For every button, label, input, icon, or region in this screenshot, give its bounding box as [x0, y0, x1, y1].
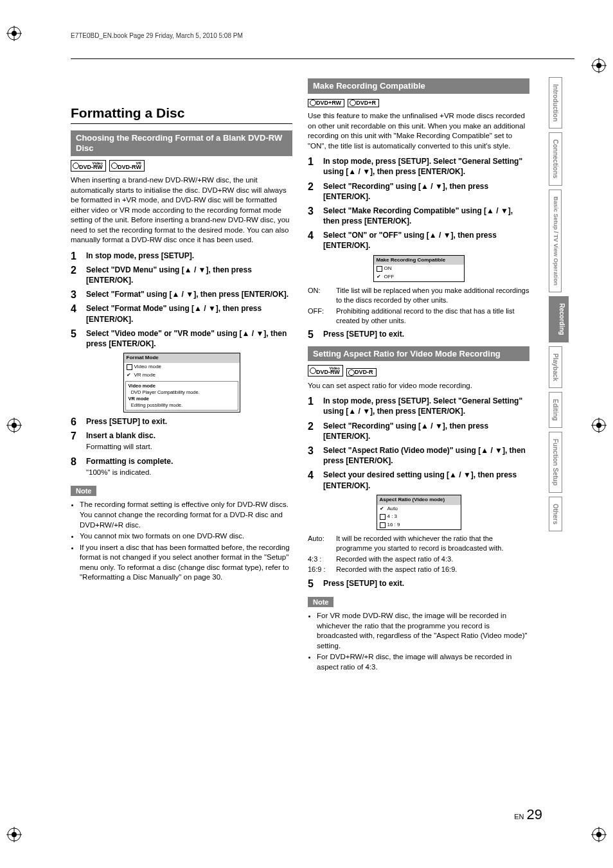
disc-badge: DVD-R — [346, 368, 377, 376]
menu-option-selected: VR mode — [124, 371, 240, 380]
disc-badge: VideoDVD-RW — [71, 160, 106, 172]
disc-badge: VideoDVD-RW — [308, 365, 343, 376]
step: Select your desired setting using [▲ / ▼… — [308, 470, 529, 490]
menu-option: 16 : 9 — [377, 521, 461, 529]
disc-badge: DVD+RW — [308, 99, 344, 107]
format-mode-menu: Format Mode Video mode VR mode Video mod… — [123, 353, 240, 412]
steps-list: In stop mode, press [SETUP]. Select "Gen… — [308, 396, 529, 491]
step: Select "Recording" using [▲ / ▼], then p… — [308, 181, 529, 202]
step: Select "DVD Menu" using [▲ / ▼], then pr… — [71, 265, 292, 285]
tab-editing[interactable]: Editing — [549, 392, 562, 428]
step: Press [SETUP] to exit. — [71, 416, 292, 427]
step: Select "ON" or "OFF" using [▲ / ▼], then… — [308, 230, 529, 251]
intro-paragraph: Use this feature to make the unfinalised… — [308, 111, 529, 151]
step: In stop mode, press [SETUP]. — [71, 251, 292, 261]
intro-paragraph: You can set aspect ratio for video mode … — [308, 381, 529, 391]
note-item: For VR mode DVD-RW disc, the image will … — [317, 611, 529, 651]
step: Press [SETUP] to exit. — [308, 578, 529, 589]
step: Select "Recording" using [▲ / ▼], then p… — [308, 421, 529, 441]
registration-mark-icon — [591, 58, 607, 73]
disc-badge: VRDVD-RW — [109, 160, 145, 172]
note-list: For VR mode DVD-RW disc, the image will … — [308, 611, 529, 672]
registration-mark-icon — [6, 26, 22, 41]
menu-option: Video mode — [124, 363, 240, 371]
menu-title: Format Mode — [124, 353, 240, 363]
step: Press [SETUP] to exit. — [308, 329, 529, 339]
side-tab-nav: Introduction Connections Basic Setup / T… — [549, 77, 600, 535]
steps-list: Press [SETUP] to exit. Insert a blank di… — [71, 416, 292, 478]
menu-description: Video mode DVD Player Compatibility mode… — [125, 381, 238, 411]
note-item: For DVD+RW/+R disc, the image will alway… — [317, 652, 529, 672]
step: Select "Format Mode" using [▲ / ▼], then… — [71, 303, 292, 324]
step: Select "Aspect Ratio (Video mode)" using… — [308, 445, 529, 466]
registration-mark-icon — [6, 418, 22, 433]
disc-badges: VideoDVD-RW VRDVD-RW — [71, 160, 292, 172]
registration-mark-icon — [591, 827, 607, 842]
tab-others[interactable]: Others — [549, 497, 562, 531]
definition-list: Auto:It will be recorded with whichever … — [308, 534, 529, 574]
note-item: The recording format setting is effectiv… — [80, 500, 292, 530]
step: In stop mode, press [SETUP]. Select "Gen… — [308, 156, 529, 177]
note-list: The recording format setting is effectiv… — [71, 500, 292, 582]
subsection-header: Setting Aspect Ratio for Video Mode Reco… — [308, 346, 529, 362]
step: Select "Video mode" or "VR mode" using [… — [71, 328, 292, 349]
note-label: Note — [308, 597, 333, 608]
steps-list: Press [SETUP] to exit. — [308, 329, 529, 339]
tab-recording[interactable]: Recording — [549, 296, 569, 342]
step: Select "Format" using [▲ / ▼], then pres… — [71, 289, 292, 299]
steps-list: In stop mode, press [SETUP]. Select "Gen… — [308, 156, 529, 251]
steps-list: In stop mode, press [SETUP]. Select "DVD… — [71, 251, 292, 350]
definition-list: ON:Title list will be replaced when you … — [308, 286, 529, 325]
step: Select "Make Recording Compatible" using… — [308, 206, 529, 226]
step: Formatting is complete."100%" is indicat… — [71, 456, 292, 478]
tab-basic-setup[interactable]: Basic Setup / TV View Operation — [549, 190, 562, 292]
note-item: You cannot mix two formats on one DVD-RW… — [80, 531, 292, 542]
step: In stop mode, press [SETUP]. Select "Gen… — [308, 396, 529, 416]
step: Insert a blank disc.Formatting will star… — [71, 430, 292, 452]
intro-paragraph: When inserting a brand-new DVD-RW/+RW di… — [71, 175, 292, 245]
menu-title: Aspect Ratio (Video mode) — [377, 495, 461, 505]
book-header: E7TE0BD_EN.book Page 29 Friday, March 5,… — [71, 32, 574, 39]
menu-option-selected: OFF — [374, 273, 464, 281]
tab-function-setup[interactable]: Function Setup — [549, 432, 562, 493]
tab-introduction[interactable]: Introduction — [549, 77, 562, 128]
disc-badges: DVD+RW DVD+R — [308, 98, 529, 108]
tab-connections[interactable]: Connections — [549, 132, 562, 186]
subsection-header: Make Recording Compatible — [308, 78, 529, 94]
note-label: Note — [71, 486, 96, 497]
disc-badge: DVD+R — [348, 99, 379, 107]
registration-mark-icon — [6, 827, 22, 842]
note-item: If you insert a disc that has been forma… — [80, 543, 292, 583]
tab-playback[interactable]: Playback — [549, 346, 562, 388]
section-title: Formatting a Disc — [71, 104, 292, 124]
menu-title: Make Recording Compatible — [374, 256, 464, 265]
steps-list: Press [SETUP] to exit. — [308, 578, 529, 589]
subsection-header: Choosing the Recording Format of a Blank… — [71, 130, 292, 155]
recording-compatible-menu: Make Recording Compatible ON OFF — [373, 255, 465, 282]
aspect-ratio-menu: Aspect Ratio (Video mode) Auto 4 : 3 16 … — [377, 495, 461, 530]
page-number: EN29 — [514, 806, 542, 823]
menu-option: 4 : 3 — [377, 513, 461, 521]
menu-option: ON — [374, 265, 464, 273]
disc-badges: VideoDVD-RW DVD-R — [308, 365, 529, 377]
menu-option-selected: Auto — [377, 505, 461, 513]
